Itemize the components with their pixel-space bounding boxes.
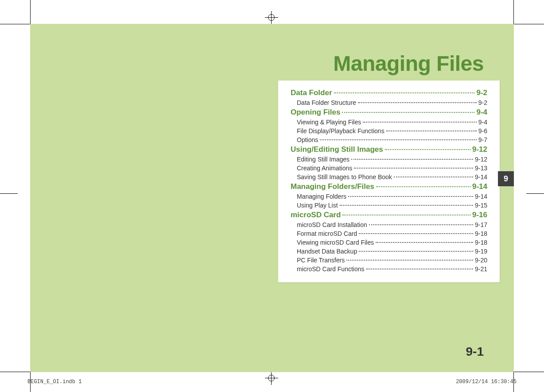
leader-dots xyxy=(334,92,475,93)
toc-sub-page: 9-17 xyxy=(475,221,487,228)
leader-dots xyxy=(369,224,473,225)
toc-section-page: 9-16 xyxy=(472,211,487,219)
toc-sub-label: Creating Animations xyxy=(297,165,352,172)
toc-section-label: Using/Editing Still Images xyxy=(291,145,383,154)
crop-mark xyxy=(0,372,30,372)
page-background: Managing Files Data Folder 9-2 Data Fold… xyxy=(30,24,514,372)
toc-sub-page: 9-15 xyxy=(475,202,487,209)
toc-sub-label: Data Folder Structure xyxy=(297,99,356,106)
toc-sub-page: 9-6 xyxy=(478,127,487,135)
leader-dots xyxy=(376,242,473,243)
toc-sub-label: microSD Card Functions xyxy=(297,265,365,273)
toc-sub-label: Editing Still Images xyxy=(297,156,350,163)
toc-sub-label: microSD Card Installation xyxy=(297,221,367,228)
toc-sub-label: Viewing & Playing Files xyxy=(297,119,361,126)
toc-section-page: 9-14 xyxy=(472,182,487,191)
toc-section-page: 9-4 xyxy=(476,108,487,117)
toc-section-label: microSD Card xyxy=(291,211,341,219)
toc-sub-page: 9-19 xyxy=(475,248,487,255)
toc-section-label: Data Folder xyxy=(291,88,332,97)
toc-sub-page: 9-2 xyxy=(478,99,487,106)
toc-sub: Viewing & Playing Files 9-4 xyxy=(297,119,487,126)
toc-sub-page: 9-7 xyxy=(478,136,487,143)
leader-dots xyxy=(358,102,477,103)
crop-mark xyxy=(513,0,514,24)
toc-sub-label: PC File Transfers xyxy=(297,257,345,264)
toc-sub: Viewing microSD Card Files 9-18 xyxy=(297,239,487,246)
toc-section-page: 9-12 xyxy=(472,145,487,154)
toc-sub-page: 9-14 xyxy=(475,173,487,181)
toc-sub: PC File Transfers 9-20 xyxy=(297,257,487,264)
toc-sub-page: 9-4 xyxy=(478,119,487,126)
crop-mark xyxy=(30,0,31,24)
leader-dots xyxy=(394,177,473,177)
toc-sub-label: Handset Data Backup xyxy=(297,248,357,255)
registration-mark-icon xyxy=(265,11,278,24)
toc-sub-page: 9-18 xyxy=(475,239,487,246)
toc-sub: Creating Animations 9-13 xyxy=(297,165,487,172)
toc-sub-label: File Display/Playback Functions xyxy=(297,127,385,135)
toc-sub-label: Saving Still Images to Phone Book xyxy=(297,173,392,181)
leader-dots xyxy=(366,269,473,269)
toc-section-label: Managing Folders/Files xyxy=(291,182,374,191)
leader-dots xyxy=(346,260,473,261)
toc-section: microSD Card 9-16 xyxy=(291,211,487,219)
leader-dots xyxy=(363,122,477,123)
toc-section: Managing Folders/Files 9-14 xyxy=(291,182,487,191)
toc-sub: Editing Still Images 9-12 xyxy=(297,156,487,163)
toc-sub-label: Using Play List xyxy=(297,202,338,209)
toc-sub: Saving Still Images to Phone Book 9-14 xyxy=(297,173,487,181)
leader-dots xyxy=(340,205,473,206)
toc-sub-label: Viewing microSD Card Files xyxy=(297,239,374,246)
toc-sub-page: 9-12 xyxy=(475,156,487,163)
toc-section: Using/Editing Still Images 9-12 xyxy=(291,145,487,154)
crop-mark xyxy=(514,372,544,372)
footer-timestamp: 2009/12/14 16:30:45 xyxy=(456,379,517,385)
toc-sub: Handset Data Backup 9-19 xyxy=(297,248,487,255)
toc-sub-label: Options xyxy=(297,136,318,143)
crop-mark xyxy=(0,24,30,24)
leader-dots xyxy=(342,112,474,113)
toc-sub: Using Play List 9-15 xyxy=(297,202,487,209)
leader-dots xyxy=(385,149,470,150)
toc-sub-page: 9-13 xyxy=(475,165,487,172)
toc-sub-page: 9-14 xyxy=(475,193,487,200)
toc-sub-page: 9-21 xyxy=(475,265,487,273)
toc-sub: File Display/Playback Functions 9-6 xyxy=(297,127,487,135)
page-title: Managing Files xyxy=(333,51,484,76)
leader-dots xyxy=(359,251,473,252)
toc-sub: Format microSD Card 9-18 xyxy=(297,230,487,237)
toc-sub-label: Managing Folders xyxy=(297,193,346,200)
toc-section: Opening Files 9-4 xyxy=(291,108,487,117)
leader-dots xyxy=(351,159,473,160)
toc-section-page: 9-2 xyxy=(476,88,487,97)
toc-sub-label: Format microSD Card xyxy=(297,230,357,237)
footer-filename: BEGIN_E_OI.indb 1 xyxy=(27,379,82,385)
toc-sub: microSD Card Installation 9-17 xyxy=(297,221,487,228)
toc-sub: microSD Card Functions 9-21 xyxy=(297,265,487,273)
leader-dots xyxy=(359,233,473,234)
leader-dots xyxy=(354,168,473,169)
leader-dots xyxy=(386,131,477,131)
toc-sub: Data Folder Structure 9-2 xyxy=(297,99,487,106)
leader-dots xyxy=(320,139,477,140)
toc-sub-page: 9-18 xyxy=(475,230,487,237)
leader-dots xyxy=(348,196,473,197)
side-mark xyxy=(526,192,544,196)
toc-section-label: Opening Files xyxy=(291,108,340,117)
toc-sub-page: 9-20 xyxy=(475,257,487,264)
leader-dots xyxy=(342,215,470,215)
leader-dots xyxy=(376,186,470,187)
chapter-tab: 9 xyxy=(498,171,514,186)
registration-mark-icon xyxy=(265,372,278,385)
toc-sub: Options 9-7 xyxy=(297,136,487,143)
crop-mark xyxy=(514,24,544,24)
table-of-contents: Data Folder 9-2 Data Folder Structure 9-… xyxy=(278,81,500,282)
page-number: 9-1 xyxy=(466,345,484,359)
toc-sub: Managing Folders 9-14 xyxy=(297,193,487,200)
side-mark xyxy=(0,192,18,196)
toc-section: Data Folder 9-2 xyxy=(291,88,487,97)
